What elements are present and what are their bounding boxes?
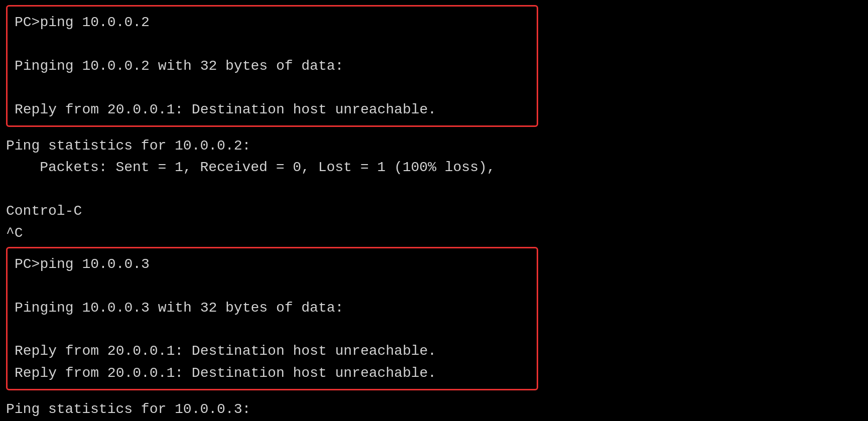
terminal-line: Reply from 20.0.0.1: Destination host un… xyxy=(15,99,530,120)
empty-line xyxy=(15,319,530,340)
terminal-line: ^C xyxy=(6,222,862,244)
stats-block: Ping statistics for 10.0.0.3: Packets: S… xyxy=(6,395,862,421)
terminal-line: Control-C xyxy=(6,200,862,222)
terminal-line: Pinging 10.0.0.2 with 32 bytes of data: xyxy=(15,55,530,77)
terminal-line: Packets: Sent = 1, Received = 0, Lost = … xyxy=(6,157,862,178)
empty-line xyxy=(15,77,530,98)
stats-block: Ping statistics for 10.0.0.2: Packets: S… xyxy=(6,132,862,247)
terminal-line: Reply from 20.0.0.1: Destination host un… xyxy=(15,362,530,384)
terminal-line: PC>ping 10.0.0.2 xyxy=(15,12,530,33)
terminal-line: PC>ping 10.0.0.3 xyxy=(15,253,530,275)
empty-line xyxy=(6,179,862,200)
empty-line xyxy=(15,33,530,55)
terminal-line: Ping statistics for 10.0.0.2: xyxy=(6,135,862,157)
boxed-terminal-block: PC>ping 10.0.0.3Pinging 10.0.0.3 with 32… xyxy=(6,247,538,390)
terminal-line: Pinging 10.0.0.3 with 32 bytes of data: xyxy=(15,297,530,319)
empty-line xyxy=(15,275,530,297)
terminal-line: Reply from 20.0.0.1: Destination host un… xyxy=(15,340,530,362)
terminal-line: Ping statistics for 10.0.0.3: xyxy=(6,398,862,420)
terminal-output: PC>ping 10.0.0.2Pinging 10.0.0.2 with 32… xyxy=(6,5,862,421)
boxed-terminal-block: PC>ping 10.0.0.2Pinging 10.0.0.2 with 32… xyxy=(6,5,538,127)
